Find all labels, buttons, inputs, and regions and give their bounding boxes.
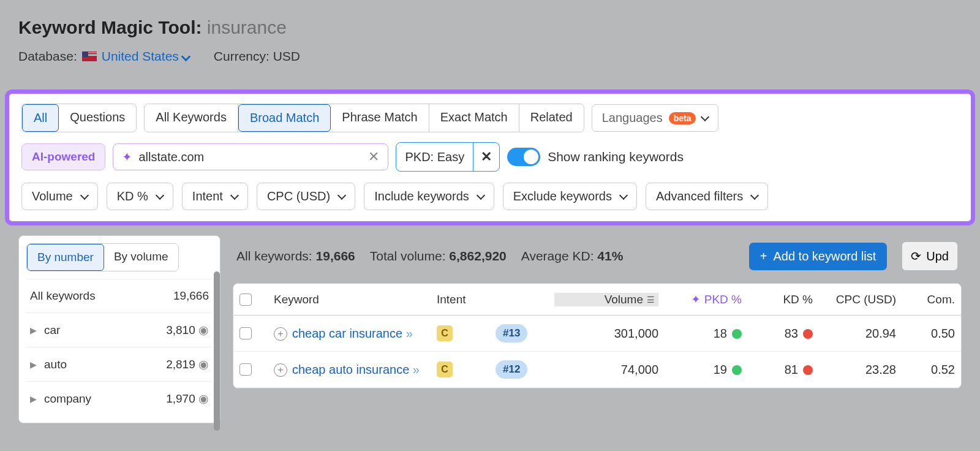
total-volume-stat-value: 6,862,920	[449, 249, 506, 263]
group-name[interactable]: car	[44, 324, 60, 337]
add-to-keyword-list-button[interactable]: +Add to keyword list	[749, 243, 888, 270]
keyword-groups-sidebar: By number By volume All keywords 19,666 …	[18, 235, 221, 423]
show-ranking-toggle[interactable]	[507, 148, 540, 166]
pkd-value: 19	[714, 363, 727, 376]
domain-input[interactable]	[138, 150, 362, 164]
intent-filter[interactable]: Intent	[182, 183, 248, 210]
plus-icon: +	[760, 249, 767, 263]
tab-all[interactable]: All	[22, 104, 59, 132]
all-keywords-label[interactable]: All keywords	[30, 289, 96, 303]
group-count: 3,810	[166, 324, 195, 336]
volume-value: 301,000	[554, 327, 658, 341]
chevron-down-icon	[181, 51, 191, 61]
rank-pill: #12	[496, 360, 527, 379]
chevron-down-icon	[477, 191, 485, 199]
rank-pill: #13	[496, 324, 527, 343]
tab-phrase-match[interactable]: Phrase Match	[331, 104, 429, 132]
expand-icon[interactable]: ▶	[30, 325, 37, 335]
row-checkbox[interactable]	[239, 363, 252, 376]
expand-icon[interactable]: ▶	[30, 360, 37, 370]
pkd-filter-pill[interactable]: PKD: Easy ✕	[396, 142, 500, 172]
database-selector[interactable]: United States	[102, 49, 189, 64]
update-button[interactable]: ⟳Upd	[902, 241, 958, 271]
database-label: Database:	[18, 49, 77, 64]
difficulty-dot	[803, 365, 813, 375]
all-keywords-count: 19,666	[173, 289, 209, 303]
expand-icon[interactable]: ▶	[30, 394, 37, 404]
chevron-down-icon	[337, 191, 346, 199]
eye-icon[interactable]: ◉	[198, 358, 209, 371]
tab-related[interactable]: Related	[519, 104, 584, 132]
group-count: 1,970	[166, 392, 195, 405]
advanced-filters[interactable]: Advanced filters	[646, 183, 768, 210]
keyword-link[interactable]: cheap auto insurance »	[292, 362, 420, 378]
select-all-checkbox[interactable]	[239, 294, 252, 306]
sort-by-volume[interactable]: By volume	[104, 244, 178, 271]
table-row: + cheap auto insurance » C #12 74,000 19…	[233, 352, 961, 388]
col-kd[interactable]: KD %	[745, 293, 813, 306]
all-keywords-stat-label: All keywords:	[236, 249, 312, 263]
table-row: + cheap car insurance » C #13 301,000 18…	[233, 316, 961, 352]
col-intent[interactable]: Intent	[437, 293, 492, 306]
expand-keyword-icon[interactable]: +	[274, 363, 287, 377]
col-cpc[interactable]: CPC (USD)	[816, 293, 896, 306]
keyword-link[interactable]: cheap car insurance »	[292, 325, 413, 342]
difficulty-dot	[732, 329, 742, 339]
include-keywords-filter[interactable]: Include keywords	[364, 183, 494, 210]
tab-all-keywords[interactable]: All Keywords	[145, 104, 238, 132]
page-title-query: insurance	[207, 17, 287, 37]
toggle-label: Show ranking keywords	[548, 150, 684, 164]
avg-kd-stat-value: 41%	[597, 249, 623, 263]
cpc-value: 23.28	[816, 363, 896, 377]
keywords-table: Keyword Intent Volume ☰ ✦PKD % KD % CPC …	[233, 283, 962, 388]
sort-desc-icon: ☰	[647, 295, 655, 305]
intent-badge: C	[437, 325, 453, 341]
chevron-down-icon	[701, 112, 709, 121]
col-pkd[interactable]: ✦PKD %	[662, 292, 742, 306]
languages-dropdown[interactable]: Languages beta	[592, 104, 719, 132]
eye-icon[interactable]: ◉	[198, 392, 209, 405]
col-volume[interactable]: Volume ☰	[554, 293, 658, 306]
difficulty-dot	[732, 365, 742, 375]
chevron-down-icon	[230, 191, 239, 199]
row-checkbox[interactable]	[239, 327, 252, 339]
tab-broad-match[interactable]: Broad Match	[238, 104, 331, 132]
chevron-down-icon	[750, 191, 759, 199]
cpc-filter[interactable]: CPC (USD)	[257, 183, 355, 210]
col-keyword[interactable]: Keyword	[274, 293, 433, 306]
exclude-keywords-filter[interactable]: Exclude keywords	[503, 183, 637, 210]
tab-exact-match[interactable]: Exact Match	[429, 104, 519, 132]
beta-badge: beta	[669, 112, 696, 124]
remove-pkd-filter-icon[interactable]: ✕	[473, 143, 499, 171]
pkd-value: 18	[714, 327, 727, 340]
volume-value: 74,000	[554, 363, 658, 377]
group-name[interactable]: auto	[44, 358, 67, 371]
currency-label: Currency: USD	[214, 49, 300, 64]
all-keywords-stat-value: 19,666	[316, 249, 355, 263]
col-com[interactable]: Com.	[900, 293, 955, 306]
total-volume-stat-label: Total volume:	[370, 249, 446, 263]
sort-by-number[interactable]: By number	[27, 244, 104, 271]
ai-powered-badge: AI-powered	[21, 143, 105, 170]
com-value: 0.50	[900, 327, 955, 341]
difficulty-dot	[803, 329, 813, 339]
com-value: 0.52	[900, 363, 955, 377]
expand-keyword-icon[interactable]: +	[274, 327, 287, 341]
clear-input-icon[interactable]: ✕	[368, 149, 379, 165]
intent-badge: C	[437, 362, 453, 377]
us-flag-icon	[82, 51, 97, 61]
sparkle-icon: ✦	[691, 292, 701, 306]
cpc-value: 20.94	[816, 327, 896, 341]
group-name[interactable]: company	[44, 392, 91, 406]
group-count: 2,819	[166, 358, 195, 371]
eye-icon[interactable]: ◉	[198, 324, 209, 336]
chevron-down-icon	[80, 191, 89, 199]
chevron-down-icon	[156, 191, 164, 199]
filters-panel: All Questions All Keywords Broad Match P…	[5, 89, 975, 226]
avg-kd-stat-label: Average KD:	[521, 249, 594, 263]
domain-input-wrapper[interactable]: ✦ ✕	[113, 143, 388, 170]
kd-filter[interactable]: KD %	[107, 183, 173, 210]
volume-filter[interactable]: Volume	[21, 183, 98, 210]
tab-questions[interactable]: Questions	[59, 104, 136, 132]
page-title-prefix: Keyword Magic Tool:	[18, 17, 202, 37]
